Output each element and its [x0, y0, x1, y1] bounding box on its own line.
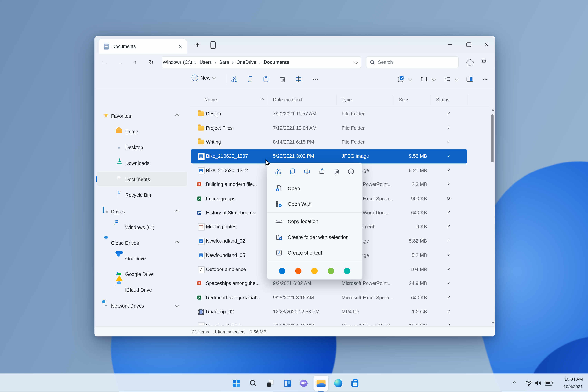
chevron-up-icon[interactable]	[176, 114, 179, 118]
gear-icon[interactable]: ⚙	[481, 57, 487, 64]
breadcrumb-segment[interactable]: Users	[199, 60, 212, 65]
hidden-icons-chevron[interactable]	[512, 381, 516, 385]
taskbar-search-button[interactable]	[246, 376, 260, 390]
edge-button[interactable]	[331, 376, 345, 390]
start-button[interactable]	[229, 376, 244, 390]
properties-icon[interactable]	[348, 168, 354, 175]
column-header-status[interactable]: Status	[436, 97, 450, 102]
toolbar-more-button[interactable]	[481, 75, 490, 84]
sidebar-item-downloads[interactable]: Downloads	[95, 156, 189, 171]
chevron-up-icon[interactable]	[176, 210, 179, 213]
breadcrumb-segment-current[interactable]: Documents	[263, 60, 290, 65]
sidebar-group-favorites[interactable]: ★ Favorites	[95, 110, 189, 123]
chevron-down-icon[interactable]	[176, 304, 179, 307]
column-header-type[interactable]: Type	[342, 97, 352, 102]
sidebar-item-recycle-bin[interactable]: Recycle Bin	[95, 188, 189, 203]
chevron-up-icon[interactable]	[176, 241, 179, 244]
cut-icon[interactable]	[275, 168, 282, 175]
maximize-button[interactable]	[460, 36, 478, 53]
close-button[interactable]: ✕	[478, 36, 495, 53]
column-divider[interactable]	[430, 95, 430, 106]
volume-icon[interactable]	[535, 380, 542, 386]
tag-teal[interactable]	[344, 268, 350, 274]
tab-documents[interactable]: Documents ✕	[98, 39, 187, 54]
sidebar-item-desktop[interactable]: Desktop	[95, 140, 189, 156]
wifi-icon[interactable]	[525, 380, 532, 386]
new-button[interactable]: New	[192, 75, 216, 81]
sort-ascending-icon[interactable]	[260, 98, 264, 102]
breadcrumb-segment[interactable]: Windows (C:\)	[162, 60, 193, 65]
sidebar-item-documents[interactable]: Documents	[95, 172, 189, 188]
paste-button[interactable]	[262, 75, 270, 84]
sidebar-item-onedrive[interactable]: OneDrive	[95, 251, 189, 266]
table-row[interactable]: Project Files7/19/2021 10:04 AMFile Fold…	[191, 121, 467, 136]
column-header-date[interactable]: Date modified	[273, 97, 302, 102]
minimize-button[interactable]	[442, 36, 459, 53]
column-header-name[interactable]: Name	[204, 97, 217, 102]
details-pane-button[interactable]	[465, 75, 474, 84]
tab-list-icon[interactable]	[210, 41, 216, 48]
sort-button[interactable]: ↑↓	[420, 75, 429, 84]
copy-button[interactable]	[246, 75, 254, 84]
scroll-down-icon[interactable]	[491, 322, 494, 324]
widgets-button[interactable]	[280, 376, 294, 390]
sidebar-item-windows-c[interactable]: Windows (C:)	[95, 220, 189, 236]
sidebar-item-home[interactable]: Home	[95, 124, 189, 140]
delete-button[interactable]	[278, 75, 287, 84]
back-button[interactable]: ←	[99, 58, 109, 67]
copy-icon[interactable]	[289, 168, 296, 175]
tag-green[interactable]	[328, 268, 334, 274]
table-row[interactable]: Design7/20/2021 11:57 AMFile Folder✓	[191, 107, 467, 121]
menu-item-copy-location[interactable]: Copy location	[267, 214, 362, 229]
menu-item-create-shortcut[interactable]: Create shortcut	[267, 245, 362, 260]
up-button[interactable]: ↑	[130, 58, 140, 67]
forward-button[interactable]: →	[115, 58, 125, 67]
tab-close-icon[interactable]: ✕	[178, 44, 182, 49]
task-view-button[interactable]	[263, 376, 278, 390]
breadcrumb-segment[interactable]: Sara	[218, 60, 230, 65]
battery-icon[interactable]	[545, 381, 552, 386]
rename-icon[interactable]	[304, 168, 310, 175]
sidebar-group-network-drives[interactable]: Network Drives	[95, 300, 189, 312]
table-row-selected[interactable]: Bike_210620_13075/20/2021 3:02 PMJPEG im…	[191, 149, 467, 164]
scroll-up-icon[interactable]	[491, 109, 494, 111]
cut-button[interactable]	[230, 75, 239, 84]
column-divider[interactable]	[392, 95, 393, 106]
rename-button[interactable]	[294, 75, 303, 84]
more-options-button[interactable]	[311, 75, 320, 84]
view-button[interactable]	[443, 75, 452, 84]
address-dropdown-icon[interactable]	[354, 60, 358, 64]
table-row[interactable]: Redmond Rangers triat...9/28/2021 8:16 A…	[191, 291, 467, 305]
menu-item-open-with[interactable]: Open With	[267, 196, 362, 212]
table-row[interactable]: Running Raleigh7/20/2021 4:40 PMMicrosof…	[191, 319, 467, 325]
sidebar-item-icloud-drive[interactable]: iCloud Drive	[95, 282, 189, 298]
refresh-button[interactable]: ↻	[146, 58, 156, 67]
scrollbar-thumb[interactable]	[491, 114, 493, 162]
table-row[interactable]: Writing8/14/2021 6:15 PMFile Folder✓	[191, 135, 467, 149]
sidebar-group-cloud-drives[interactable]: Cloud Drives	[95, 237, 189, 250]
sidebar-group-drives[interactable]: Drives	[95, 206, 189, 218]
search-input[interactable]: Search	[366, 56, 459, 68]
breadcrumb-segment[interactable]: OneDrive	[236, 60, 257, 65]
clock[interactable]: 10:04 AM 10/4/2021	[555, 375, 583, 390]
menu-item-open[interactable]: Open	[267, 180, 362, 196]
menu-item-create-folder-with-selection[interactable]: Create folder with selection	[267, 229, 362, 245]
column-divider[interactable]	[336, 95, 337, 106]
tag-orange[interactable]	[295, 268, 302, 274]
select-toggle-button[interactable]	[396, 75, 405, 84]
tag-yellow[interactable]	[312, 268, 318, 274]
table-row[interactable]: RoadTrip_0212/28/2020 12:58 PMMP4 file1.…	[191, 305, 467, 319]
store-button[interactable]	[348, 376, 362, 390]
share-icon[interactable]	[318, 168, 325, 175]
delete-icon[interactable]	[333, 168, 340, 175]
sidebar-item-google-drive[interactable]: Google Drive	[95, 266, 189, 282]
chat-button[interactable]	[296, 376, 311, 390]
column-header-size[interactable]: Size	[399, 97, 408, 102]
scrollbar[interactable]	[490, 108, 495, 325]
column-divider[interactable]	[268, 95, 268, 106]
column-divider[interactable]	[468, 95, 468, 106]
new-tab-button[interactable]: +	[196, 41, 200, 49]
file-explorer-button[interactable]	[314, 376, 328, 390]
breadcrumb[interactable]: Windows (C:\)› Users› Sara› OneDrive› Do…	[162, 56, 361, 68]
tag-blue[interactable]	[279, 268, 286, 274]
